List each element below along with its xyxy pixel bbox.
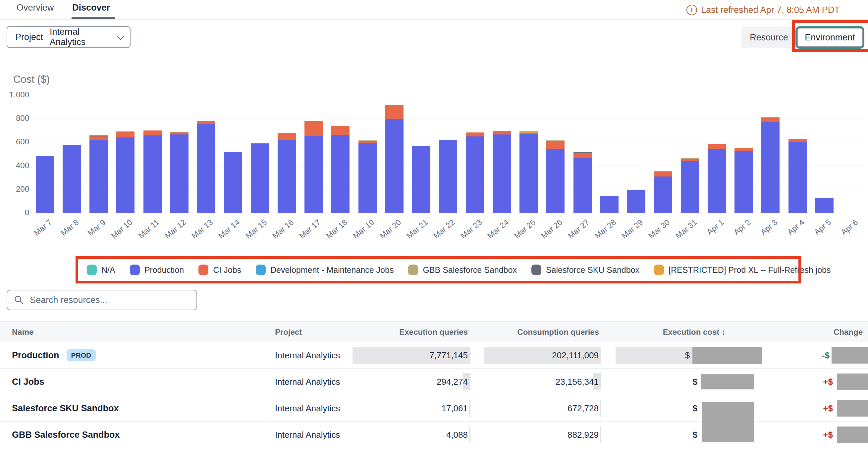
bar-segment[interactable] [359,140,377,141]
column-header-change[interactable]: Change [795,322,863,343]
bar-segment[interactable] [331,135,349,213]
bar-segment[interactable] [627,190,645,213]
bar-segment[interactable] [761,122,779,213]
bar-segment[interactable] [63,145,81,213]
bar-segment[interactable] [654,171,672,171]
redaction-block [837,426,868,443]
table-row[interactable]: CI JobsInternal Analytics294,27423,156,3… [0,368,868,395]
resource-toggle-button[interactable]: Resource [741,27,797,49]
table-row[interactable]: ProductionPRODInternal Analytics7,771,14… [0,342,868,368]
bar-segment[interactable] [815,198,834,213]
bar-segment[interactable] [788,142,807,213]
tab-overview[interactable]: Overview [17,3,54,13]
bar-segment[interactable] [89,140,108,213]
bar-segment[interactable] [681,159,699,161]
bar-segment[interactable] [305,121,323,136]
legend-item[interactable]: Salesforce SKU Sandbox [531,265,640,275]
search-input[interactable] [29,295,190,305]
chart-legend: N/AProductionCI JobsDevelopment - Mainte… [78,259,799,281]
bar-segment[interactable] [681,161,699,213]
y-axis-tick: 600 [3,137,29,147]
bar-segment[interactable] [251,143,269,213]
column-header-execution-queries[interactable]: Execution queries [334,322,468,343]
x-axis-tick: Mar 16 [270,218,295,240]
bar-segment[interactable] [305,136,323,213]
cell-highlight-remnant [600,400,601,417]
bar-segment[interactable] [708,149,726,213]
name-cell: GBB Salesforce Sandbox [12,422,257,448]
bar-segment[interactable] [735,148,753,151]
bar-segment[interactable] [574,152,592,153]
bar-segment[interactable] [385,105,404,119]
bar-segment[interactable] [654,171,672,176]
bar-segment[interactable] [493,131,511,135]
bar-segment[interactable] [574,158,592,213]
bar-segment[interactable] [278,133,296,139]
bar-segment[interactable] [761,117,779,118]
consumption-queries: 23,156,341 [556,377,599,387]
legend-item[interactable]: [RESTRICTED] Prod XL -- Full-Refresh job… [654,265,831,275]
bar-segment[interactable] [144,135,162,213]
bar-segment[interactable] [116,131,134,138]
bar-segment[interactable] [89,135,108,136]
resource-name: Production [12,350,59,361]
bar-segment[interactable] [278,140,296,213]
bar-segment[interactable] [224,152,242,213]
bar-segment[interactable] [144,130,162,135]
bar-segment[interactable] [600,196,619,213]
search-box[interactable] [7,290,197,310]
legend-item[interactable]: Production [130,265,184,275]
legend-label: CI Jobs [213,265,241,275]
bar-segment[interactable] [359,141,377,143]
bar-segment[interactable] [439,140,457,213]
bar-segment[interactable] [735,151,753,213]
legend-item[interactable]: N/A [87,265,115,275]
bar-segment[interactable] [788,139,807,142]
bar-segment[interactable] [331,126,349,135]
bar-segment[interactable] [116,137,134,213]
bar-segment[interactable] [546,140,564,141]
bar-segment[interactable] [520,131,538,133]
environment-toggle-button[interactable]: Environment [797,28,863,47]
bar-segment[interactable] [412,146,430,213]
bar-segment[interactable] [761,118,779,122]
bar-segment[interactable] [385,119,404,213]
bar-segment[interactable] [546,149,564,213]
bar-segment[interactable] [520,133,538,134]
consumption-queries-cell: 23,156,341 [484,368,601,395]
bar-segment[interactable] [654,176,672,213]
bar-segment[interactable] [466,132,484,136]
legend-label: N/A [101,265,115,275]
bar-segment[interactable] [466,136,484,213]
legend-color-chip [198,265,208,275]
bar-segment[interactable] [170,132,188,132]
legend-item[interactable]: CI Jobs [198,265,241,275]
x-axis-tick: Mar 27 [566,218,591,240]
legend-item[interactable]: Development - Maintenance Jobs [256,265,394,275]
legend-item[interactable]: GBB Salesforce Sandbox [408,265,517,275]
x-axis-tick: Mar 14 [217,218,242,240]
bar-segment[interactable] [493,134,511,213]
bar-segment[interactable] [170,132,188,134]
bar-segment[interactable] [681,158,699,159]
bar-segment[interactable] [197,121,215,124]
bar-segment[interactable] [359,143,377,213]
bar-segment[interactable] [36,156,54,213]
change-cell: -$ [794,342,830,368]
column-header-name[interactable]: Name [12,322,151,343]
last-refreshed-status: ! Last refreshed Apr 7, 8:05 AM PDT [686,3,868,17]
bar-segment[interactable] [708,144,726,149]
bar-segment[interactable] [574,153,592,158]
tab-discover[interactable]: Discover [72,3,110,13]
project-filter-dropdown[interactable]: Project Internal Analytics [7,26,130,48]
column-header-consumption-queries[interactable]: Consumption queries [465,322,599,343]
bar-segment[interactable] [89,136,108,140]
execution-queries: 4,088 [446,430,468,440]
bar-segment[interactable] [546,141,564,149]
legend-color-chip [408,265,418,275]
column-header-execution-cost[interactable]: Execution cost ↓ [616,322,725,343]
execution-queries-cell: 7,771,145 [352,342,470,368]
bar-segment[interactable] [520,134,538,213]
bar-segment[interactable] [170,134,188,213]
bar-segment[interactable] [197,124,215,213]
